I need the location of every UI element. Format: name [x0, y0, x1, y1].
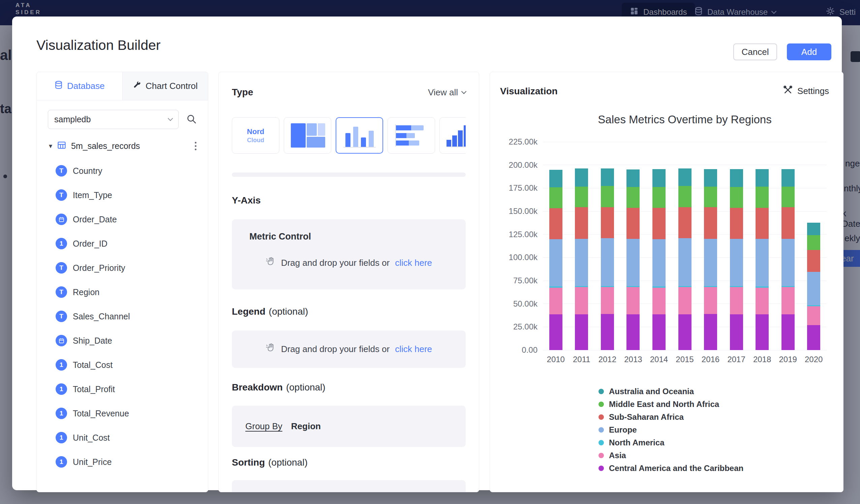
legend-item[interactable]: Asia [599, 449, 743, 462]
bar-segment[interactable] [756, 169, 769, 187]
bar-segment[interactable] [782, 187, 794, 207]
field-row[interactable]: 1Unit_Cost [37, 426, 208, 450]
bar-segment[interactable] [704, 239, 717, 286]
metric-control-dropzone[interactable]: Metric Control Drag and drop your fields… [232, 219, 466, 289]
caret-down-icon[interactable]: ▾ [49, 142, 52, 150]
legend-dropzone[interactable]: Drag and drop your fields or click here [232, 331, 466, 368]
chart-type-treemap[interactable] [284, 117, 331, 154]
bar-segment[interactable] [549, 208, 562, 239]
chart-type-scrollbar[interactable] [232, 172, 466, 177]
bar-segment[interactable] [627, 208, 640, 239]
bar-segment[interactable] [627, 187, 640, 208]
tab-chart-control[interactable]: Chart Control [122, 72, 208, 100]
bar-segment[interactable] [807, 272, 820, 305]
field-row[interactable]: TRegion [37, 280, 208, 304]
click-here-link[interactable]: click here [395, 258, 432, 268]
bar-segment[interactable] [782, 207, 794, 239]
field-row[interactable]: TCountry [37, 159, 208, 183]
bar-segment[interactable] [730, 187, 743, 208]
chart-type-column-chart[interactable] [336, 117, 383, 154]
legend-item[interactable]: Central America and the Caribbean [599, 462, 743, 475]
click-here-link[interactable]: click here [395, 344, 432, 355]
legend-item[interactable]: Australia and Oceania [599, 385, 743, 398]
bar-segment[interactable] [549, 286, 562, 287]
bar-segment[interactable] [782, 314, 794, 350]
bar-segment[interactable] [704, 286, 717, 287]
bar-segment[interactable] [575, 207, 588, 239]
bar-segment[interactable] [575, 239, 588, 286]
bar-segment[interactable] [704, 187, 717, 207]
bar-segment[interactable] [575, 287, 588, 314]
bar-segment[interactable] [756, 187, 769, 208]
bar-segment[interactable] [627, 314, 640, 350]
bar-segment[interactable] [653, 288, 665, 315]
field-row[interactable]: TSales_Channel [37, 304, 208, 329]
bar-segment[interactable] [730, 314, 743, 350]
group-by-value[interactable]: Region [291, 421, 321, 432]
bar-segment[interactable] [627, 287, 640, 314]
bar-segment[interactable] [678, 287, 691, 314]
bar-segment[interactable] [756, 288, 769, 315]
bar-segment[interactable] [549, 170, 562, 187]
field-row[interactable]: Ship_Date [37, 329, 208, 353]
bar-segment[interactable] [601, 169, 614, 186]
bar-segment[interactable] [807, 235, 820, 250]
bar-segment[interactable] [807, 305, 820, 306]
bar-segment[interactable] [601, 287, 614, 314]
bar-segment[interactable] [807, 223, 820, 235]
bar-segment[interactable] [756, 239, 769, 286]
field-row[interactable]: 1Total_Profit [37, 377, 208, 401]
bar-segment[interactable] [627, 239, 640, 286]
field-row[interactable]: 1Order_ID [37, 231, 208, 256]
bar-segment[interactable] [653, 169, 665, 187]
field-row[interactable]: TItem_Type [37, 183, 208, 207]
bar-segment[interactable] [575, 169, 588, 187]
bar-segment[interactable] [782, 169, 794, 187]
legend-item[interactable]: North America [599, 436, 743, 449]
bar-segment[interactable] [653, 187, 665, 208]
view-all-button[interactable]: View all [428, 87, 466, 98]
bar-segment[interactable] [678, 238, 691, 286]
bar-segment[interactable] [601, 314, 614, 350]
bar-segment[interactable] [601, 186, 614, 207]
chart-type-stacked-horizontal-bar[interactable] [388, 117, 435, 154]
legend-item[interactable]: Europe [599, 423, 743, 436]
bar-segment[interactable] [678, 169, 691, 186]
cancel-button[interactable]: Cancel [733, 43, 777, 60]
chart-settings-button[interactable]: Settings [783, 85, 829, 97]
bar-segment[interactable] [730, 239, 743, 286]
datasource-select[interactable]: sampledb [48, 110, 178, 129]
bar-segment[interactable] [549, 288, 562, 315]
bar-segment[interactable] [756, 208, 769, 239]
bar-segment[interactable] [782, 239, 794, 286]
breakdown-dropzone[interactable]: Group By Region [232, 406, 466, 447]
bar-segment[interactable] [782, 287, 794, 314]
legend-item[interactable]: Middle East and North Africa [599, 398, 743, 411]
bar-segment[interactable] [575, 314, 588, 350]
field-row[interactable]: 1Total_Revenue [37, 401, 208, 426]
bar-segment[interactable] [678, 186, 691, 207]
group-by-link[interactable]: Group By [245, 421, 282, 432]
field-row[interactable]: Order_Date [37, 207, 208, 231]
bar-segment[interactable] [704, 314, 717, 350]
bar-segment[interactable] [601, 286, 614, 287]
bar-segment[interactable] [549, 239, 562, 286]
bar-segment[interactable] [653, 314, 665, 350]
bar-segment[interactable] [601, 238, 614, 286]
bar-segment[interactable] [627, 170, 640, 187]
bar-segment[interactable] [627, 286, 640, 287]
search-icon[interactable] [186, 114, 197, 126]
bar-segment[interactable] [601, 207, 614, 238]
bar-segment[interactable] [704, 287, 717, 314]
bar-segment[interactable] [678, 314, 691, 350]
bar-segment[interactable] [730, 169, 743, 187]
sorting-dropzone[interactable]: Date Range Ascending [232, 480, 466, 492]
bar-segment[interactable] [730, 287, 743, 314]
field-row[interactable]: 1Unit_Price [37, 450, 208, 474]
bar-segment[interactable] [807, 325, 820, 350]
bar-segment[interactable] [575, 286, 588, 287]
tab-database[interactable]: Database [37, 72, 122, 100]
bar-segment[interactable] [756, 314, 769, 350]
bar-segment[interactable] [807, 306, 820, 325]
bar-segment[interactable] [653, 286, 665, 287]
